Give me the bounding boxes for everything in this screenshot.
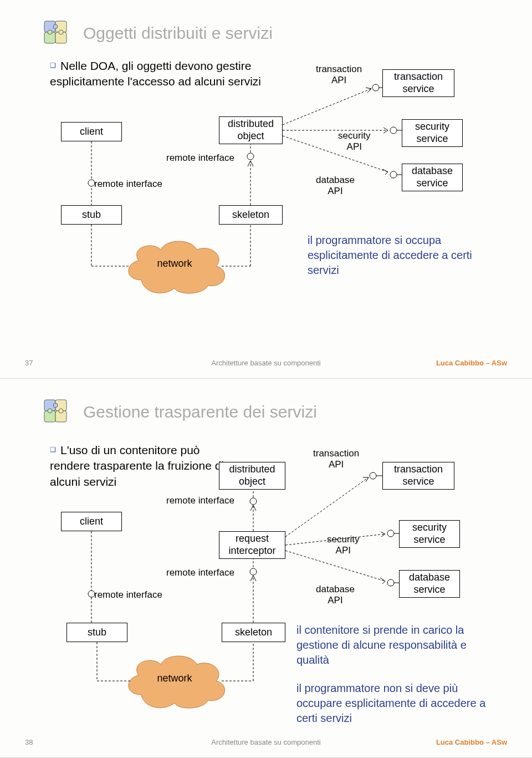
box-distributed-object: distributed object [219,462,285,490]
label-remote-interface-1: remote interface [94,589,162,601]
svg-line-41 [285,477,369,537]
svg-point-31 [48,409,52,413]
svg-point-4 [53,24,58,29]
label-db-api: database API [316,584,355,606]
slide-2: Gestione trasparente dei servizi ❑L'uso … [0,379,532,758]
label-remote-interface-2: remote interface [166,152,249,164]
svg-point-47 [370,472,376,479]
box-db-service: database service [399,570,460,598]
box-txn-service: transaction service [382,462,454,490]
svg-point-45 [250,498,257,505]
box-sec-service: security service [399,520,460,548]
box-stub: stub [66,623,127,642]
label-remote-interface-1: remote interface [94,179,162,190]
svg-point-5 [59,30,63,34]
svg-point-21 [390,171,397,178]
slide2-note2: il programmatore non si deve più occupar… [296,681,502,726]
svg-line-14 [283,89,371,125]
label-db-api: database API [316,175,355,196]
cloud-network: network [119,650,230,714]
label-sec-api: security API [338,130,371,152]
slide2-title: Gestione trasparente dei servizi [83,403,317,421]
svg-line-16 [283,136,388,172]
label-txn-api: transaction API [313,448,359,470]
box-db-service: database service [402,164,463,191]
box-request-interceptor: request interceptor [219,531,285,559]
svg-point-49 [387,579,394,586]
box-txn-service: transaction service [382,69,454,97]
puzzle-icon [39,395,72,429]
box-client: client [61,512,122,531]
box-stub: stub [61,205,122,225]
label-sec-api: security API [327,534,360,556]
puzzle-icon [39,17,72,50]
footer-author: Luca Cabibbo – ASw [436,359,507,367]
svg-point-48 [387,530,394,537]
slide2-bullet: ❑L'uso di un contenitore può rendere tra… [50,442,233,490]
label-remote-interface-2: remote interface [166,495,249,506]
cloud-label: network [119,673,230,684]
box-sec-service: security service [402,119,463,147]
slide2-header: Gestione trasparente dei servizi [39,395,317,429]
box-skeleton: skeleton [222,623,285,642]
box-skeleton: skeleton [219,205,283,225]
slide-1: Oggetti distribuiti e servizi ❑Nelle DOA… [0,0,532,379]
slide1-header: Oggetti distribuiti e servizi [39,17,273,50]
footer-author: Luca Cabibbo – ASw [436,738,507,746]
svg-point-19 [372,84,379,91]
cloud-label: network [119,258,230,269]
slide1-bullet: ❑Nelle DOA, gli oggetti devono gestire e… [50,58,283,90]
svg-point-30 [59,409,63,413]
svg-point-20 [390,127,397,134]
slide2-bullet-text: L'uso di un contenitore può rendere tras… [50,444,224,488]
slide1-title: Oggetti distribuiti e servizi [83,24,273,43]
cloud-network: network [119,236,230,299]
slide1-bullet-text: Nelle DOA, gli oggetti devono gestire es… [50,59,261,88]
box-distributed-object: distributed object [219,116,283,144]
box-client: client [61,122,122,141]
slide2-note1: il contenitore si prende in carico la ge… [296,623,490,668]
label-txn-api: transaction API [316,64,362,85]
svg-point-46 [250,568,257,575]
svg-point-29 [53,403,58,408]
svg-point-6 [48,30,52,34]
slide1-note: il programmatore si occupa esplicitament… [308,233,485,278]
label-remote-interface-3: remote interface [166,567,249,578]
